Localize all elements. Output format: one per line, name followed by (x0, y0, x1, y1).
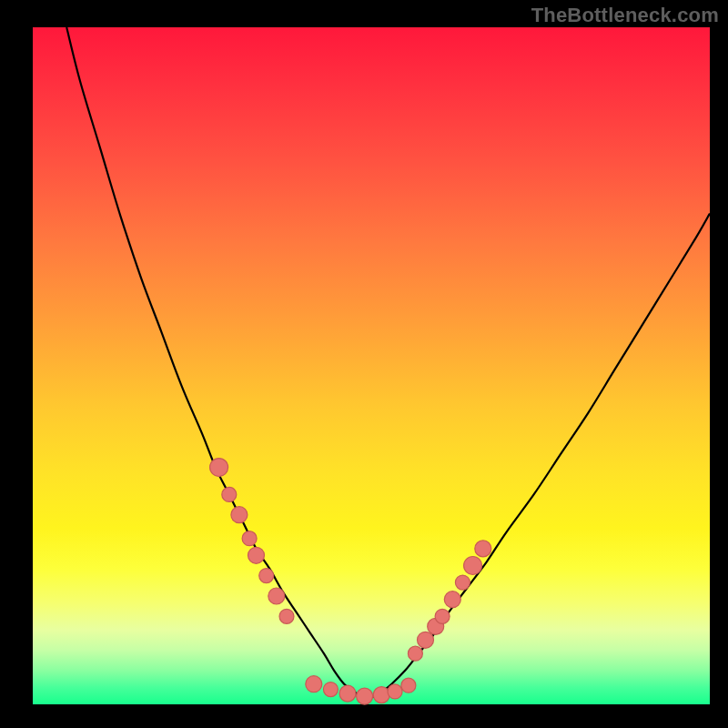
data-point (222, 487, 237, 501)
data-point (455, 575, 470, 590)
data-point (435, 609, 450, 623)
data-point (279, 609, 294, 623)
plot-area (33, 27, 710, 704)
chart-frame: TheBottleneck.com (0, 0, 728, 728)
data-point (388, 684, 402, 699)
data-point (242, 531, 257, 546)
data-point (357, 688, 373, 704)
data-point (323, 682, 338, 697)
dots-floor-cluster (306, 676, 416, 704)
curve-left-arm (66, 27, 381, 698)
watermark-text: TheBottleneck.com (531, 4, 719, 27)
data-point (418, 632, 434, 648)
data-point (306, 676, 322, 693)
data-point (475, 541, 491, 557)
data-point (373, 687, 389, 703)
curve-right-arm (354, 214, 710, 698)
bottleneck-curve (33, 27, 710, 704)
data-point (444, 592, 460, 608)
data-point (339, 685, 356, 702)
data-point (248, 547, 265, 563)
data-point (268, 588, 285, 604)
data-point (231, 507, 248, 523)
dots-right-cluster (408, 541, 490, 661)
data-point (464, 557, 482, 575)
data-point (408, 646, 422, 661)
data-point (401, 678, 416, 693)
data-point (259, 569, 274, 583)
data-point (210, 459, 228, 477)
